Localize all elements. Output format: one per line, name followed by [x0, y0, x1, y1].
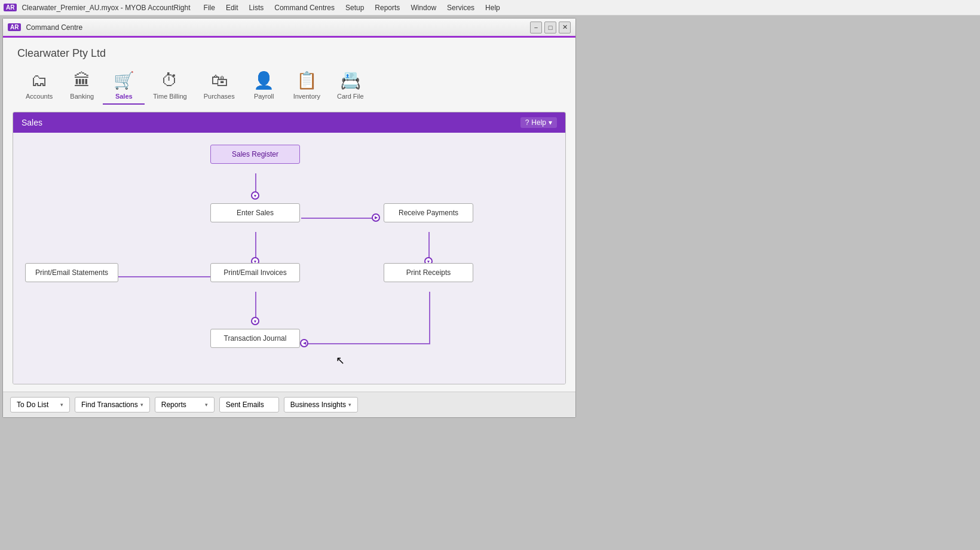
to-do-list-dropdown-icon[interactable]: ▾: [60, 402, 63, 408]
sales-panel: Sales ? Help ▾ Sales Register Enter Sale…: [13, 112, 566, 384]
inventory-icon: 📋: [296, 71, 317, 90]
print-email-statements-button[interactable]: Print/Email Statements: [25, 263, 118, 282]
sales-icon: 🛒: [114, 71, 134, 90]
reports-dropdown-icon[interactable]: ▾: [205, 402, 208, 408]
payroll-icon: 👤: [253, 71, 274, 90]
title-bar-icon: AR: [8, 23, 21, 31]
find-transactions-label: Find Transactions: [81, 401, 138, 409]
line-tj-to-pr-bottom: [301, 343, 430, 344]
receive-payments-button[interactable]: Receive Payments: [384, 203, 473, 222]
title-bar: AR Command Centre − □ ✕: [3, 19, 575, 38]
time-billing-icon: ⏱: [161, 71, 178, 90]
card-file-icon: 📇: [340, 71, 361, 90]
flow-diagram: Sales Register Enter Sales Receive Payme…: [13, 133, 565, 384]
line-es-to-rp: [301, 218, 373, 219]
menu-setup[interactable]: Setup: [341, 2, 369, 13]
accounts-icon: 🗂: [31, 71, 48, 90]
menu-edit[interactable]: Edit: [221, 2, 243, 13]
line-rp-to-pr: [428, 232, 430, 258]
close-button[interactable]: ✕: [559, 22, 571, 33]
module-accounts[interactable]: 🗂 Accounts: [17, 67, 61, 105]
enter-sales-button[interactable]: Enter Sales: [210, 203, 300, 222]
line-pei-to-pes: [103, 276, 212, 277]
sales-title: Sales: [22, 118, 42, 127]
module-sales[interactable]: 🛒 Sales: [103, 67, 145, 105]
arrow-pei-tj: [251, 317, 259, 325]
module-card-file[interactable]: 📇 Card File: [329, 67, 372, 105]
arrow-sr-es: [251, 191, 259, 200]
line-pei-to-tj: [255, 292, 256, 318]
main-window: AR Command Centre − □ ✕ Clearwater Pty L…: [2, 18, 576, 418]
module-inventory-label: Inventory: [293, 93, 320, 100]
title-bar-controls: − □ ✕: [530, 22, 571, 33]
module-banking[interactable]: 🏛 Banking: [61, 67, 103, 105]
menu-help[interactable]: Help: [480, 2, 505, 13]
module-card-file-label: Card File: [337, 93, 364, 100]
module-accounts-label: Accounts: [26, 93, 53, 100]
module-inventory[interactable]: 📋 Inventory: [285, 67, 329, 105]
find-transactions-dropdown-icon[interactable]: ▾: [140, 402, 143, 408]
sales-register-button[interactable]: Sales Register: [210, 145, 300, 164]
minimize-button[interactable]: −: [530, 22, 542, 33]
line-right-vertical: [429, 292, 430, 344]
help-dropdown-icon: ▾: [549, 118, 552, 127]
app-title: Clearwater_Premier_AU.myox - MYOB Accoun…: [22, 4, 190, 12]
transaction-journal-button[interactable]: Transaction Journal: [210, 329, 300, 348]
menu-file[interactable]: File: [199, 2, 220, 13]
menu-window[interactable]: Window: [406, 2, 441, 13]
sent-emails-button[interactable]: Sent Emails: [219, 397, 279, 412]
mouse-cursor: ↖: [336, 354, 345, 367]
reports-label: Reports: [161, 401, 186, 409]
menu-reports[interactable]: Reports: [370, 2, 405, 13]
line-sr-to-es: [255, 173, 256, 192]
menu-services[interactable]: Services: [442, 2, 479, 13]
module-time-billing[interactable]: ⏱ Time Billing: [145, 67, 195, 105]
line-es-to-pei: [255, 232, 256, 258]
sales-header: Sales ? Help ▾: [13, 112, 565, 133]
help-button[interactable]: ? Help ▾: [520, 117, 557, 128]
banking-icon: 🏛: [74, 71, 90, 90]
company-name: Clearwater Pty Ltd: [3, 38, 575, 65]
restore-button[interactable]: □: [544, 22, 556, 33]
module-purchases-label: Purchases: [204, 93, 235, 100]
find-transactions-button[interactable]: Find Transactions ▾: [75, 397, 150, 412]
module-banking-label: Banking: [70, 93, 94, 100]
arrow-tj-right: [300, 339, 308, 347]
sent-emails-label: Sent Emails: [226, 401, 264, 409]
to-do-list-label: To Do List: [17, 401, 48, 409]
title-bar-text: Command Centre: [26, 23, 530, 32]
help-label: Help: [531, 118, 546, 127]
module-sales-label: Sales: [115, 93, 133, 100]
arrow-es-rp: [372, 213, 380, 222]
to-do-list-button[interactable]: To Do List ▾: [10, 397, 70, 412]
module-purchases[interactable]: 🛍 Purchases: [195, 67, 243, 105]
reports-button[interactable]: Reports ▾: [155, 397, 215, 412]
module-payroll-label: Payroll: [254, 93, 274, 100]
business-insights-label: Business Insights: [290, 401, 346, 409]
print-receipts-button[interactable]: Print Receipts: [384, 263, 473, 282]
purchases-icon: 🛍: [211, 71, 228, 90]
bottom-toolbar: To Do List ▾ Find Transactions ▾ Reports…: [3, 392, 575, 417]
print-email-invoices-button[interactable]: Print/Email Invoices: [210, 263, 300, 282]
module-nav: 🗂 Accounts 🏛 Banking 🛒 Sales ⏱ Time Bill…: [3, 65, 575, 105]
business-insights-button[interactable]: Business Insights ▾: [284, 397, 358, 412]
question-icon: ?: [525, 118, 529, 127]
module-time-billing-label: Time Billing: [153, 93, 186, 100]
module-payroll[interactable]: 👤 Payroll: [243, 67, 285, 105]
business-insights-dropdown-icon[interactable]: ▾: [348, 402, 351, 408]
menu-command-centres[interactable]: Command Centres: [270, 2, 339, 13]
menu-lists[interactable]: Lists: [244, 2, 269, 13]
menu-bar: AR Clearwater_Premier_AU.myox - MYOB Acc…: [0, 0, 980, 16]
app-icon: AR: [4, 4, 17, 11]
